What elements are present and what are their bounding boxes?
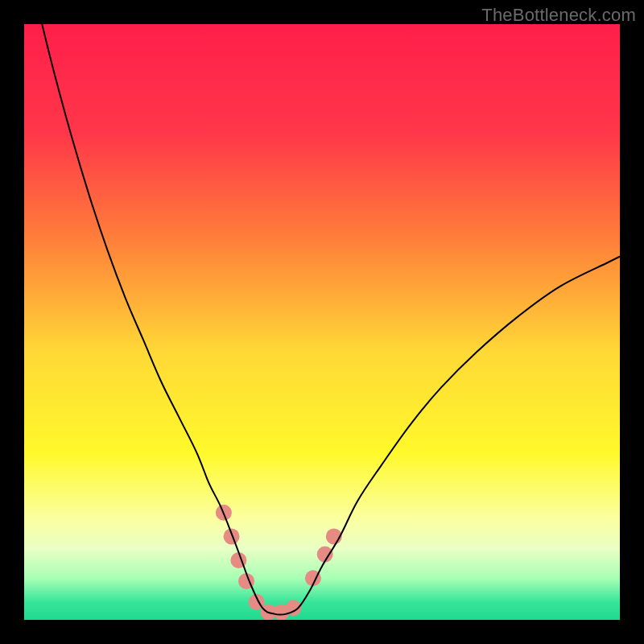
chart-frame: TheBottleneck.com: [0, 0, 644, 644]
highlight-dots: [216, 505, 342, 620]
highlight-dot: [224, 528, 240, 544]
plot-area: [24, 24, 620, 620]
watermark-text: TheBottleneck.com: [481, 5, 636, 26]
curve-layer: [24, 24, 620, 620]
bottleneck-curve: [42, 24, 620, 615]
